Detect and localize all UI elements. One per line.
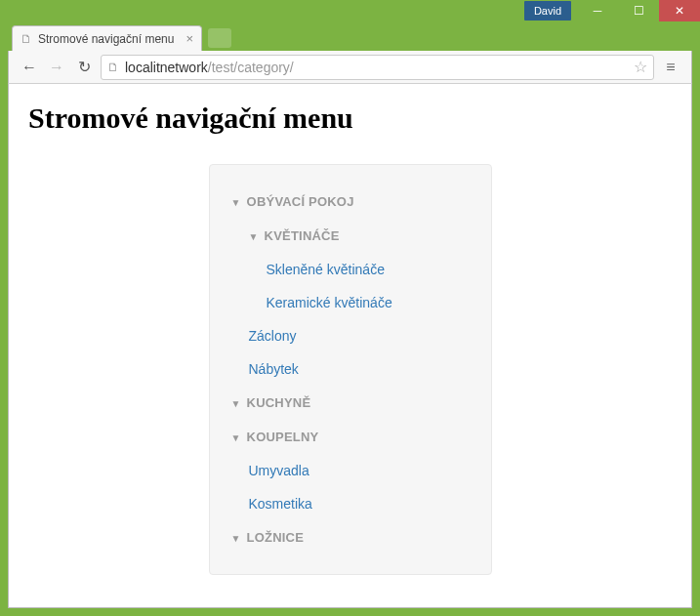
user-badge-label: David [534,5,561,17]
tree-category-label: KVĚTINÁČE [265,228,340,243]
minimize-icon: ─ [594,4,602,18]
url-host: localitnetwork [125,60,208,75]
forward-button[interactable]: → [46,57,67,78]
site-icon: 🗋 [107,61,119,74]
page-viewport: Stromové navigační menu ▼OBÝVACÍ POKOJ▼K… [8,84,692,608]
tree-category-label: OBÝVACÍ POKOJ [247,194,354,209]
tree-link[interactable]: Skleněné květináče [231,253,470,286]
browser-menu-button[interactable]: ≡ [660,57,681,78]
menu-icon: ≡ [666,59,675,76]
tab-strip: 🗋 Stromové navigační menu × [0,21,700,51]
tab-title: Stromové navigační menu [38,32,182,46]
tree-category[interactable]: ▼KUCHYNĚ [231,386,470,420]
minimize-button[interactable]: ─ [577,0,618,21]
browser-tab[interactable]: 🗋 Stromové navigační menu × [12,25,202,51]
chevron-down-icon: ▼ [231,432,241,443]
tree-link[interactable]: Kosmetika [231,487,470,520]
page-icon: 🗋 [21,32,32,46]
reload-button[interactable]: ↻ [73,57,95,78]
tree-category[interactable]: ▼LOŽNICE [231,520,470,554]
url-path: /test/category/ [208,60,294,75]
tree-category[interactable]: ▼KVĚTINÁČE [231,219,470,253]
chevron-down-icon: ▼ [231,533,241,544]
tree-link[interactable]: Nábytek [231,352,470,386]
back-button[interactable]: ← [19,57,40,78]
address-bar[interactable]: 🗋 localitnetwork/test/category/ ☆ [101,55,654,80]
chevron-down-icon: ▼ [231,398,241,409]
user-badge[interactable]: David [524,1,571,21]
tree-link[interactable]: Keramické květináče [231,286,470,319]
page-title: Stromové navigační menu [28,102,672,135]
close-button[interactable]: ✕ [659,0,700,21]
browser-toolbar: ← → ↻ 🗋 localitnetwork/test/category/ ☆ … [8,51,692,84]
tree-link[interactable]: Umyvadla [231,454,470,487]
maximize-icon: ☐ [634,4,644,18]
tree-link[interactable]: Záclony [231,319,470,352]
tab-close-icon[interactable]: × [185,31,193,46]
chevron-left-icon: ← [21,59,37,76]
chevron-down-icon: ▼ [249,231,259,242]
tree-menu: ▼OBÝVACÍ POKOJ▼KVĚTINÁČESkleněné květiná… [209,164,492,575]
tree-category-label: KOUPELNY [247,430,319,444]
tree-category[interactable]: ▼KOUPELNY [231,420,470,454]
maximize-button[interactable]: ☐ [618,0,659,21]
reload-icon: ↻ [78,58,91,76]
new-tab-button[interactable] [208,28,231,48]
chevron-down-icon: ▼ [231,197,241,208]
close-icon: ✕ [675,4,684,18]
window-titlebar: David ─ ☐ ✕ [0,0,700,21]
chevron-right-icon: → [49,59,64,76]
tree-category-label: LOŽNICE [247,530,304,545]
tree-category[interactable]: ▼OBÝVACÍ POKOJ [231,185,470,219]
bookmark-star-icon[interactable]: ☆ [634,58,647,76]
tree-category-label: KUCHYNĚ [247,395,311,410]
